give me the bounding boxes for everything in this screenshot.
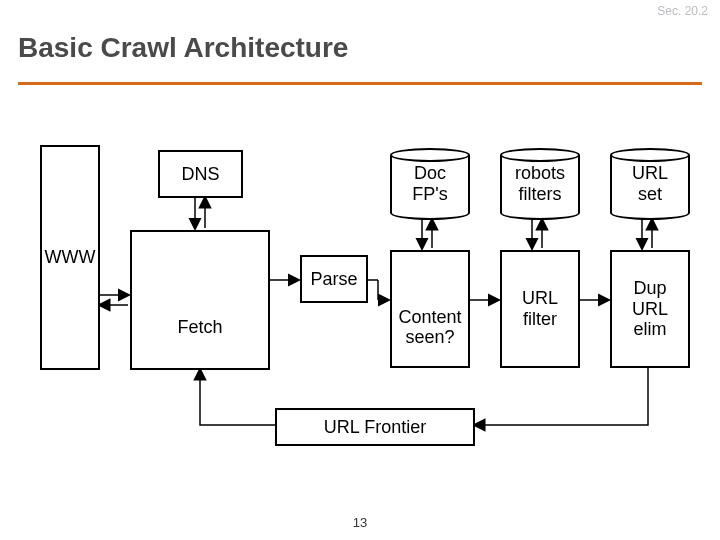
box-dup-url-elim-label: Dup URL elim — [632, 278, 668, 340]
page-title: Basic Crawl Architecture — [18, 32, 348, 64]
cylinder-doc-fps: Doc FP's — [390, 148, 470, 220]
box-url-frontier: URL Frontier — [275, 408, 475, 446]
title-divider — [18, 82, 702, 85]
box-fetch: Fetch — [130, 230, 270, 370]
box-content-seen-label: Content seen? — [398, 307, 461, 348]
box-parse-label: Parse — [310, 269, 357, 290]
cylinder-robots-filters: robots filters — [500, 148, 580, 220]
cylinder-url-set-label: URL set — [632, 163, 668, 204]
box-dns-label: DNS — [181, 164, 219, 185]
box-url-filter: URL filter — [500, 250, 580, 368]
box-dns: DNS — [158, 150, 243, 198]
box-dup-url-elim: Dup URL elim — [610, 250, 690, 368]
architecture-diagram: WWW DNS Fetch Parse Content seen? URL fi… — [0, 120, 720, 490]
box-www: WWW — [40, 145, 100, 370]
box-content-seen: Content seen? — [390, 250, 470, 368]
box-parse: Parse — [300, 255, 368, 303]
box-url-frontier-label: URL Frontier — [324, 417, 426, 438]
cylinder-robots-filters-label: robots filters — [515, 163, 565, 204]
box-url-filter-label: URL filter — [522, 288, 558, 329]
cylinder-doc-fps-label: Doc FP's — [412, 163, 447, 204]
cylinder-url-set: URL set — [610, 148, 690, 220]
box-fetch-label: Fetch — [177, 317, 222, 338]
page-number: 13 — [353, 515, 367, 530]
section-reference: Sec. 20.2 — [657, 4, 708, 18]
box-www-label: WWW — [45, 247, 96, 268]
